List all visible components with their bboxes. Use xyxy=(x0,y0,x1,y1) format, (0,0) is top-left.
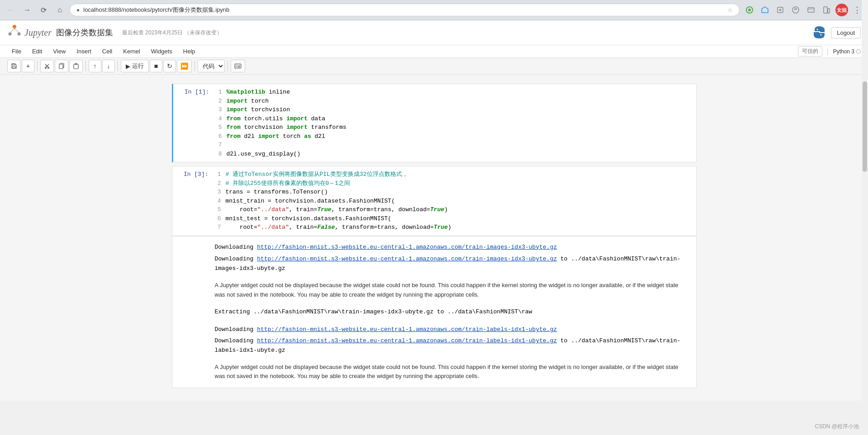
download-link-1[interactable]: http://fashion-mnist.s3-website.eu-centr… xyxy=(257,244,557,251)
svg-rect-17 xyxy=(13,64,15,65)
output-gap1 xyxy=(172,274,696,279)
python-icon xyxy=(812,25,826,41)
jupyter-logo[interactable]: Jupyter xyxy=(7,24,52,41)
notebook-title[interactable]: 图像分类数据集 xyxy=(56,27,113,38)
paste-button[interactable] xyxy=(69,60,83,72)
svg-rect-23 xyxy=(59,64,63,69)
svg-rect-10 xyxy=(828,9,830,13)
line-1-6: 6 from d2l import torch as d2l xyxy=(216,132,694,141)
menu-file[interactable]: File xyxy=(7,46,26,57)
svg-rect-28 xyxy=(237,65,238,66)
main-content: In [1]: 1 %matplotlib inline 2 import to… xyxy=(0,75,868,401)
logout-button[interactable]: Logout xyxy=(831,27,861,38)
cell-type-select[interactable]: 代码 xyxy=(198,60,225,72)
svg-rect-26 xyxy=(235,64,241,68)
cell-1-code[interactable]: 1 %matplotlib inline 2 import torch 3 im… xyxy=(214,84,696,162)
output-gap2 xyxy=(172,301,696,306)
refresh-button[interactable]: ⟳ xyxy=(37,4,50,16)
line-1-8: 8 d2l.use_svg_display() xyxy=(216,150,694,159)
menu-insert[interactable]: Insert xyxy=(72,46,96,57)
line-1-5: 5 from torchvision import transforms xyxy=(216,123,694,132)
svg-point-15 xyxy=(821,34,822,35)
menu-divider: | xyxy=(827,48,829,55)
svg-marker-2 xyxy=(762,7,768,13)
toolbar: + ↑ ↓ ▶ 运行 ■ ↻ ⏩ 代码 xyxy=(0,58,868,75)
line-2-1: 1 # 通过ToTensor实例将图像数据从PIL类型变换成32位浮点数格式， xyxy=(215,170,694,179)
cell-2[interactable]: In [3]: 1 # 通过ToTensor实例将图像数据从PIL类型变换成32… xyxy=(172,166,697,236)
notebook-container: In [1]: 1 %matplotlib inline 2 import to… xyxy=(163,84,706,388)
scrollbar[interactable] xyxy=(862,0,868,401)
extension6-icon[interactable] xyxy=(820,4,833,16)
notebook-meta: 最后检查 2023年4月25日 （未保存改变） xyxy=(122,29,222,37)
line-2-6: 6 mnist_test = torchvision.datasets.Fash… xyxy=(215,214,694,223)
forward-button[interactable]: → xyxy=(21,4,33,16)
line-2-4: 4 mnist_train = torchvision.datasets.Fas… xyxy=(215,197,694,206)
add-cell-button[interactable]: + xyxy=(22,60,34,72)
menu-widgets[interactable]: Widgets xyxy=(147,46,177,57)
output-extract-1: Extracting ../data\FashionMNIST\raw\trai… xyxy=(172,306,696,319)
trusted-badge: 可信的 xyxy=(798,46,822,57)
jupyter-header: Jupyter 图像分类数据集 最后检查 2023年4月25日 （未保存改变） … xyxy=(0,20,868,45)
jupyter-logo-area: Jupyter 图像分类数据集 最后检查 2023年4月25日 （未保存改变） xyxy=(7,24,222,41)
download-link-3[interactable]: http://fashion-mnist.s3-website.eu-centr… xyxy=(257,326,557,333)
extensions-icon[interactable] xyxy=(743,4,756,16)
cell-2-code[interactable]: 1 # 通过ToTensor实例将图像数据从PIL类型变换成32位浮点数格式， … xyxy=(213,166,696,236)
back-button[interactable]: ← xyxy=(5,4,17,16)
home-button[interactable]: ⌂ xyxy=(53,4,66,16)
cell-2-prompt: In [3]: xyxy=(172,166,213,236)
menu-edit[interactable]: Edit xyxy=(28,46,47,57)
extension4-icon[interactable] xyxy=(789,4,802,16)
interrupt-button[interactable]: ■ xyxy=(150,60,162,72)
user-avatar[interactable]: 女姐 xyxy=(835,4,848,16)
menu-bar: File Edit View Insert Cell Kernel Widget… xyxy=(0,45,868,58)
restart-run-button[interactable]: ⏩ xyxy=(177,60,192,72)
extension2-icon[interactable] xyxy=(759,4,771,16)
move-up-button[interactable]: ↑ xyxy=(89,60,101,72)
menu-help[interactable]: Help xyxy=(179,46,200,57)
svg-rect-30 xyxy=(236,66,237,67)
jupyter-logo-icon xyxy=(7,24,22,41)
scrollbar-thumb[interactable] xyxy=(863,81,867,172)
star-icon[interactable]: ☆ xyxy=(727,7,733,14)
toolbar-sep5 xyxy=(228,61,228,71)
address-bar[interactable]: ● localhost:8888/notebooks/pytorch/图像分类数… xyxy=(70,4,740,16)
browser-actions: 女姐 ⋮ xyxy=(743,4,863,16)
jupyter-brand-text: Jupyter xyxy=(24,28,52,38)
header-right: Logout xyxy=(812,25,861,41)
svg-rect-16 xyxy=(13,66,15,68)
kernel-info: Python 3 xyxy=(833,48,861,55)
output-gap4 xyxy=(172,356,696,361)
cell-1[interactable]: In [1]: 1 %matplotlib inline 2 import to… xyxy=(172,84,697,162)
svg-rect-29 xyxy=(239,65,240,66)
line-2-3: 3 trans = transforms.ToTensor() xyxy=(215,188,694,197)
run-button[interactable]: ▶ 运行 xyxy=(121,60,149,72)
keyboard-shortcuts-button[interactable] xyxy=(231,60,245,72)
url-text: localhost:8888/notebooks/pytorch/图像分类数据集… xyxy=(83,6,229,14)
output-line-2: Downloading http://fashion-mnist.s3-webs… xyxy=(172,254,696,274)
output-widget-warning-2: A Jupyter widget could not be displayed … xyxy=(172,361,696,383)
svg-rect-31 xyxy=(237,66,239,67)
line-2-2: 2 # 并除以255使得所有像素的数值均在0～1之间 xyxy=(215,179,694,188)
copy-button[interactable] xyxy=(55,60,68,72)
line-2-5: 5 root="../data", train=True, transform=… xyxy=(215,205,694,214)
svg-rect-7 xyxy=(808,8,814,12)
output-line-1: Downloading http://fashion-mnist.s3-webs… xyxy=(172,241,696,254)
cut-button[interactable] xyxy=(40,60,54,72)
restart-button[interactable]: ↻ xyxy=(163,60,176,72)
download-link-4[interactable]: http://fashion-mnist.s3-website.eu-centr… xyxy=(257,337,557,344)
toolbar-sep3 xyxy=(118,61,118,71)
extension5-icon[interactable] xyxy=(805,4,817,16)
extension3-icon[interactable] xyxy=(774,4,787,16)
download-link-2[interactable]: http://fashion-mnist.s3-website.eu-centr… xyxy=(257,255,557,262)
menu-kernel[interactable]: Kernel xyxy=(119,46,145,57)
menu-view[interactable]: View xyxy=(48,46,70,57)
output-widget-warning-1: A Jupyter widget could not be displayed … xyxy=(172,279,696,302)
svg-rect-32 xyxy=(239,66,240,67)
output-gap3 xyxy=(172,319,696,323)
browser-chrome: ← → ⟳ ⌂ ● localhost:8888/notebooks/pytor… xyxy=(0,0,868,20)
save-button[interactable] xyxy=(7,60,21,72)
menu-cell[interactable]: Cell xyxy=(98,46,117,57)
line-1-1: 1 %matplotlib inline xyxy=(216,88,694,97)
toolbar-sep1 xyxy=(37,61,38,71)
move-down-button[interactable]: ↓ xyxy=(102,60,115,72)
